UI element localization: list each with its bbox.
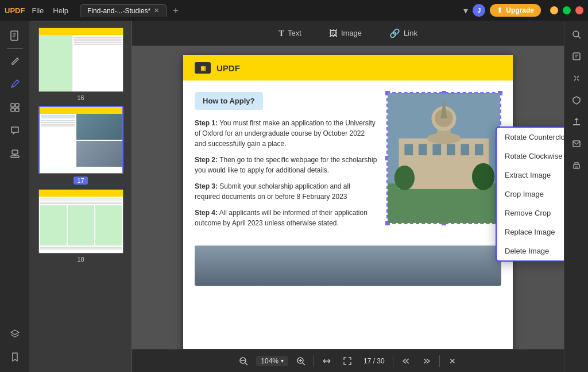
thumb-page-16 — [39, 28, 123, 91]
pdf-logo-box: ▣ — [195, 62, 211, 74]
avatar: J — [473, 4, 485, 17]
step-1-content: You must first make an application to th… — [195, 119, 376, 148]
step-2-label: Step 2: — [195, 156, 218, 164]
thumbnail-16[interactable]: 16 — [30, 25, 131, 103]
zoom-out-button[interactable] — [235, 353, 252, 369]
pdf-logo-icon: ▣ — [200, 65, 206, 71]
image-tool-button[interactable]: 🖼 Image — [324, 26, 366, 40]
svg-rect-18 — [461, 144, 469, 156]
tab-close-button[interactable]: ✕ — [154, 7, 159, 14]
step-3-label: Step 3: — [195, 182, 218, 190]
minimize-button[interactable]: — — [550, 6, 558, 14]
thumbnail-panel[interactable]: 16 — [30, 21, 132, 372]
right-icon-mail[interactable] — [567, 135, 586, 153]
svg-rect-19 — [475, 144, 483, 156]
image-icon: 🖼 — [329, 28, 338, 38]
page-current: 17 — [363, 357, 371, 365]
thumbnail-18[interactable]: 18 — [30, 187, 131, 265]
sidebar-icon-layers[interactable] — [5, 324, 25, 344]
svg-rect-16 — [432, 144, 441, 156]
prev-section-button[interactable] — [398, 353, 414, 369]
menu-file[interactable]: File — [32, 6, 44, 15]
toolbar-divider-2 — [393, 355, 393, 367]
svg-rect-15 — [419, 144, 427, 156]
step-4-text: Step 4: All applicants will be informed … — [195, 208, 377, 228]
pdf-viewport[interactable]: ▣ UPDF How to Apply? Step 1: You must fi… — [132, 46, 564, 349]
thumb-num-17: 17 — [74, 177, 87, 185]
sidebar-icon-organize[interactable] — [5, 97, 25, 118]
remove-crop-label: Remove Crop — [505, 209, 551, 217]
right-icon-search[interactable] — [567, 25, 586, 44]
image-label: Image — [341, 29, 362, 37]
image-selection-box[interactable] — [386, 92, 501, 224]
active-tab[interactable]: Find-and-...-Studies* ✕ — [80, 4, 167, 17]
context-menu-rotate-cw[interactable]: Rotate Clockwise — [497, 147, 564, 166]
new-tab-button[interactable]: ＋ — [171, 5, 180, 17]
right-icon-ocr[interactable] — [567, 47, 586, 66]
context-menu-rotate-ccw[interactable]: Rotate Counterclockwise — [497, 128, 564, 147]
sidebar-icon-pages[interactable] — [5, 25, 25, 46]
right-sidebar — [564, 21, 588, 372]
page-display: 17 / 30 — [360, 357, 388, 365]
step-1-text: Step 1: You must first make an applicati… — [195, 118, 377, 149]
svg-rect-7 — [16, 108, 19, 112]
sidebar-icon-annotate[interactable] — [5, 74, 25, 95]
context-menu-crop-image[interactable]: Crop Image — [497, 185, 564, 204]
close-bottom-toolbar[interactable]: ✕ — [444, 353, 461, 369]
context-menu-remove-crop[interactable]: Remove Crop — [497, 204, 564, 223]
tabs-overflow-button[interactable]: ▾ — [463, 5, 468, 16]
next-section-button[interactable] — [419, 353, 435, 369]
step-4-label: Step 4: — [195, 209, 218, 217]
link-tool-button[interactable]: 🔗 Link — [385, 26, 422, 41]
thumb-num-16: 16 — [77, 94, 84, 101]
upgrade-button[interactable]: ⬆ Upgrade — [490, 4, 541, 17]
right-icon-compress[interactable] — [567, 69, 586, 87]
extract-image-label: Extract Image — [505, 171, 551, 179]
replace-image-label: Replace Image — [505, 228, 555, 236]
fit-width-button[interactable] — [319, 353, 335, 369]
svg-rect-36 — [573, 53, 580, 60]
zoom-value: 104% — [261, 357, 278, 365]
svg-rect-6 — [11, 108, 14, 112]
sidebar-icon-bookmark[interactable] — [5, 347, 25, 367]
link-icon: 🔗 — [389, 28, 400, 39]
text-tool-button[interactable]: 𝐓 Text — [274, 26, 306, 41]
right-icon-protect[interactable] — [567, 91, 586, 109]
pdf-brand: UPDF — [216, 63, 240, 73]
bottom-page-image — [195, 246, 501, 286]
pdf-image-column[interactable]: Rotate Counterclockwise Rotate Clockwise… — [386, 92, 501, 234]
pdf-text-column: How to Apply? Step 1: You must first mak… — [195, 92, 377, 234]
thumbnail-17[interactable]: 17 — [30, 103, 131, 187]
step-1-label: Step 1: — [195, 119, 218, 127]
svg-rect-9 — [11, 156, 19, 158]
menu-help[interactable]: Help — [53, 6, 68, 15]
svg-rect-0 — [11, 31, 18, 40]
rotate-ccw-label: Rotate Counterclockwise — [505, 133, 564, 141]
content-area: 𝐓 Text 🖼 Image 🔗 Link ▣ UPDF — [132, 21, 564, 372]
titlebar: UPDF File Help Find-and-...-Studies* ✕ ＋… — [0, 0, 588, 21]
context-menu-replace-image[interactable]: Replace Image — [497, 223, 564, 241]
right-icon-print[interactable] — [567, 156, 586, 175]
delete-image-label: Delete Image — [505, 247, 549, 255]
oxford-image — [388, 93, 500, 223]
sidebar-icon-stamp[interactable] — [5, 143, 25, 164]
zoom-in-button[interactable] — [293, 353, 309, 369]
zoom-dropdown-icon: ▾ — [281, 358, 284, 364]
svg-rect-4 — [11, 103, 14, 107]
context-menu-delete-image[interactable]: Delete Image Del — [497, 241, 564, 260]
context-menu: Rotate Counterclockwise Rotate Clockwise… — [496, 126, 564, 262]
bottom-toolbar: 104% ▾ 17 / 30 — [132, 349, 564, 372]
right-icon-upload[interactable] — [567, 113, 586, 131]
zoom-level[interactable]: 104% ▾ — [256, 356, 288, 366]
context-menu-extract-image[interactable]: Extract Image — [497, 166, 564, 185]
left-sidebar — [0, 21, 30, 372]
sidebar-icon-comment[interactable] — [5, 120, 25, 141]
app-logo: UPDF — [5, 6, 25, 15]
close-button[interactable]: ✕ — [575, 6, 583, 14]
thumb-page-18 — [39, 190, 123, 253]
sidebar-icon-edit[interactable] — [5, 51, 25, 72]
svg-rect-8 — [12, 150, 18, 154]
fit-page-button[interactable] — [339, 353, 355, 369]
upgrade-icon: ⬆ — [497, 6, 502, 14]
maximize-button[interactable]: □ — [563, 6, 571, 14]
